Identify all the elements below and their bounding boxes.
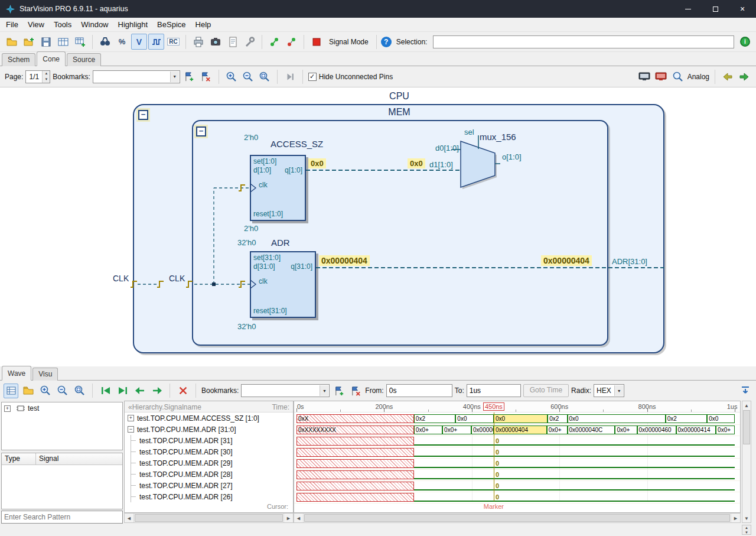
hide-unconnected-checkbox[interactable]: ✓ (308, 73, 317, 81)
from-input[interactable] (386, 384, 452, 397)
wave-bookmark-add-icon[interactable] (332, 384, 346, 398)
scroll-down-icon[interactable]: ▼ (742, 514, 751, 522)
mux-d1-label[interactable]: d1[1:0] (429, 160, 453, 169)
previous-page-icon[interactable] (721, 70, 735, 84)
goto-time-button[interactable]: Goto Time (523, 384, 569, 397)
close-button[interactable]: × (729, 0, 756, 18)
selection-input[interactable] (433, 35, 734, 48)
table-add-icon[interactable] (72, 34, 88, 50)
scroll-right-icon[interactable]: ► (731, 514, 740, 522)
time-scale-header[interactable]: 0s200ns400ns600ns800ns1us (294, 401, 740, 412)
preferences-wrench-icon[interactable] (242, 34, 258, 50)
signal-name-row[interactable]: test.TOP.CPU.MEM.ADR [29] (125, 457, 293, 469)
zoom-fit-icon[interactable] (258, 70, 272, 84)
wave-hscrollbar[interactable]: ◄ ► (294, 513, 741, 523)
menu-file[interactable]: File (1, 18, 23, 31)
spinner-arrows-icon[interactable]: ▲▼ (42, 71, 50, 83)
wave-bookmark-delete-icon[interactable] (348, 384, 363, 398)
wave-bookmarks-combo[interactable]: ▼ (241, 384, 330, 397)
clk-port-label[interactable]: CLK (113, 274, 129, 283)
compare-icon[interactable] (284, 34, 299, 50)
bookmark-add-icon[interactable] (183, 70, 197, 84)
open-waveform-icon[interactable] (21, 384, 35, 398)
snapshot-icon[interactable] (207, 34, 223, 50)
menu-highlight[interactable]: Highlight (113, 18, 153, 31)
schematic-canvas[interactable]: CPU MEM − − set[1:0] d[1:0] q[1:0] clk r… (0, 87, 756, 366)
zoom-select-icon[interactable] (671, 70, 685, 84)
menu-tools[interactable]: Tools (49, 18, 76, 31)
signal-name-row[interactable]: −test.TOP.CPU.MEM.ADR [31:0] (125, 424, 293, 435)
zoom-out-icon[interactable] (55, 384, 70, 398)
signal-name-row[interactable]: test.TOP.CPU.MEM.ADR [27] (125, 480, 293, 491)
adr-out-value-boundary[interactable]: 0x00000404 (541, 255, 592, 266)
save-icon[interactable] (38, 34, 54, 50)
collapse-inner-button[interactable]: − (196, 126, 206, 137)
signal-name-row[interactable]: test.TOP.CPU.MEM.ADR [26] (125, 491, 293, 502)
screen-capture-red-icon[interactable] (654, 70, 669, 84)
tab-schem[interactable]: Schem (2, 53, 35, 66)
open-folder-icon[interactable] (4, 34, 19, 50)
rc-view-icon[interactable]: RC (165, 34, 181, 50)
chevron-down-icon[interactable]: ▼ (170, 72, 179, 82)
new-design-icon[interactable] (21, 34, 37, 50)
chevron-down-icon[interactable]: ▼ (320, 385, 328, 396)
zoom-in-icon[interactable] (224, 70, 239, 84)
adr-net-label[interactable]: ADR[31:0] (612, 257, 647, 266)
expand-icon[interactable]: + (128, 415, 134, 421)
scroll-right-icon[interactable]: ► (284, 514, 293, 522)
scroll-up-icon[interactable]: ▲ (742, 401, 751, 410)
row-height-spinner[interactable]: ▲▼ (742, 525, 751, 535)
page-spinner[interactable]: 1/1 ▲▼ (25, 70, 50, 83)
signal-names-panel[interactable]: «Hierarchy.Signalname Time: +test.TOP.CP… (124, 401, 294, 513)
column-header-signal[interactable]: Signal (36, 453, 122, 465)
menu-view[interactable]: View (23, 18, 49, 31)
verilog-view-toggle-icon[interactable]: V (131, 34, 147, 50)
mux-o-label[interactable]: o[1:0] (502, 152, 522, 161)
design-tree-panel[interactable]: + test (1, 402, 123, 450)
signal-name-row[interactable]: test.TOP.CPU.MEM.ADR [28] (125, 469, 293, 480)
menu-window[interactable]: Window (76, 18, 113, 31)
zoom-out-icon[interactable] (241, 70, 255, 84)
access-out-value[interactable]: 0x0 (308, 158, 326, 168)
tab-source[interactable]: Source (67, 53, 101, 66)
tab-cone[interactable]: Cone (37, 51, 66, 66)
scrollbar-thumb[interactable] (304, 514, 730, 522)
waveform-view-toggle-icon[interactable] (148, 34, 164, 50)
tree-item-test[interactable]: + test (2, 402, 122, 414)
access-out-value-sink[interactable]: 0x0 (408, 158, 425, 168)
spicevision-icon[interactable] (266, 34, 282, 50)
goto-end-icon[interactable] (115, 384, 130, 398)
radix-combo[interactable]: HEX ▼ (594, 384, 624, 397)
next-page-icon[interactable] (737, 70, 751, 84)
clk-inner-label[interactable]: CLK (169, 274, 185, 283)
menu-bespice[interactable]: BeSpice (152, 18, 190, 31)
mux-shape[interactable] (461, 141, 495, 187)
goto-start-icon[interactable] (98, 384, 113, 398)
names-hscrollbar[interactable]: ◄ ► (124, 513, 294, 523)
signal-list-toggle-icon[interactable] (4, 384, 18, 398)
scrollbar-thumb[interactable] (743, 410, 750, 444)
adr-out-value[interactable]: 0x00000404 (319, 255, 370, 266)
mux-d0-label[interactable]: d0[1:0] (435, 144, 459, 152)
menu-help[interactable]: Help (191, 18, 216, 31)
tab-visu[interactable]: Visu (32, 368, 58, 381)
find-icon[interactable] (97, 34, 113, 50)
tab-wave[interactable]: Wave (2, 366, 31, 381)
scrollbar-track[interactable] (742, 445, 751, 514)
print-icon[interactable] (190, 34, 206, 50)
wave-vscrollbar[interactable]: ▲ ▼ (742, 401, 751, 523)
collapse-icon[interactable]: − (128, 426, 134, 433)
dock-window-icon[interactable] (738, 384, 752, 398)
previous-edge-icon[interactable] (132, 384, 147, 398)
bookmark-delete-icon[interactable] (199, 70, 213, 84)
bookmarks-combo[interactable]: ▼ (93, 70, 180, 83)
waveform-panel[interactable]: 0xX0x20x00x00x20x00x20x00xXXXXXXXX0x0+0x… (294, 401, 741, 513)
zoom-in-icon[interactable] (38, 384, 53, 398)
signal-filter-panel[interactable]: Type Signal (1, 453, 123, 509)
report-icon[interactable] (224, 34, 240, 50)
percent-icon[interactable]: % (114, 34, 130, 50)
mux-sel-label[interactable]: sel (464, 128, 474, 137)
scroll-left-icon[interactable]: ◄ (294, 514, 304, 522)
zoom-fit-icon[interactable] (72, 384, 87, 398)
screen-capture-icon[interactable] (638, 70, 652, 84)
